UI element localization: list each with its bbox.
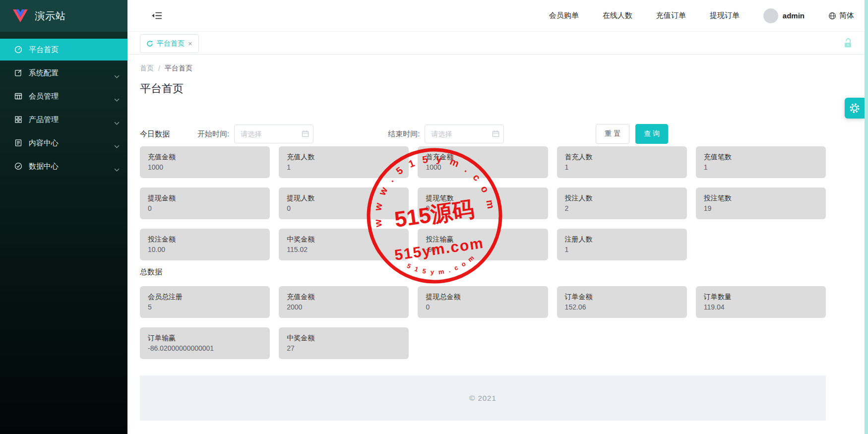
start-date-input[interactable] bbox=[234, 124, 313, 143]
stat-label: 提现金额 bbox=[148, 193, 262, 203]
stat-card: 投注输赢-90 bbox=[418, 229, 548, 260]
nav-withdraw-orders[interactable]: 提现订单 bbox=[710, 11, 740, 20]
stat-label: 注册人数 bbox=[565, 234, 679, 244]
stat-card: 充值金额1000 bbox=[140, 146, 270, 178]
user-menu[interactable]: admin bbox=[763, 8, 805, 23]
stat-label: 投注输赢 bbox=[426, 234, 540, 244]
sidebar-collapse-icon[interactable] bbox=[151, 11, 162, 20]
page-footer: © 2021 bbox=[140, 375, 826, 421]
stat-card: 会员总注册5 bbox=[140, 286, 270, 318]
stat-card: 充值人数1 bbox=[279, 146, 409, 178]
sidebar-item-products[interactable]: 产品管理 bbox=[0, 109, 127, 130]
language-switcher[interactable]: 简体 bbox=[828, 11, 854, 20]
stat-label: 中奖金额 bbox=[287, 333, 401, 343]
sidebar-item-system-config[interactable]: 系统配置 bbox=[0, 62, 127, 84]
stat-card: 首充金额1000 bbox=[418, 146, 548, 178]
end-time-label: 结束时间: bbox=[388, 129, 420, 139]
stat-label: 投注笔数 bbox=[704, 193, 818, 203]
stat-value: 1 bbox=[704, 162, 818, 173]
search-button[interactable]: 查 询 bbox=[635, 124, 668, 144]
stat-value: 1000 bbox=[426, 162, 540, 173]
chevron-down-icon bbox=[114, 141, 120, 150]
stat-card: 提现人数0 bbox=[279, 187, 409, 219]
stat-card: 提现总金额0 bbox=[418, 286, 548, 318]
globe-icon bbox=[828, 12, 836, 20]
reset-button[interactable]: 重 置 bbox=[596, 124, 629, 144]
gear-icon bbox=[849, 102, 861, 114]
chevron-down-icon bbox=[114, 71, 120, 80]
stat-card: 首充人数1 bbox=[557, 146, 687, 178]
stat-label: 充值笔数 bbox=[704, 152, 818, 162]
sidebar-item-dashboard[interactable]: 平台首页 bbox=[0, 39, 127, 61]
brand-logo[interactable]: 演示站 bbox=[0, 0, 127, 32]
stat-value: 2000 bbox=[287, 302, 401, 312]
stat-label: 提现总金额 bbox=[426, 292, 540, 302]
settings-fab[interactable] bbox=[845, 98, 865, 119]
breadcrumb-current: 平台首页 bbox=[165, 64, 192, 73]
copyright-text: © 2021 bbox=[469, 394, 496, 402]
stat-label: 中奖金额 bbox=[287, 234, 401, 244]
document-icon bbox=[14, 139, 22, 147]
brand-title: 演示站 bbox=[35, 9, 66, 23]
breadcrumb-separator: / bbox=[158, 64, 160, 72]
stat-value: -90 bbox=[426, 245, 540, 255]
tab-label: 平台首页 bbox=[157, 39, 185, 48]
scrollbar[interactable] bbox=[865, 0, 868, 434]
breadcrumb-home[interactable]: 首页 bbox=[140, 64, 154, 73]
chevron-down-icon bbox=[114, 118, 120, 126]
today-stats-grid: 充值金额1000 充值人数1 首充金额1000 首充人数1 充值笔数1 提现金额… bbox=[140, 146, 826, 260]
sidebar-item-label: 内容中心 bbox=[29, 138, 59, 148]
username: admin bbox=[783, 11, 805, 20]
stat-value: 152.06 bbox=[565, 302, 679, 312]
stat-label: 订单数量 bbox=[704, 292, 818, 302]
sidebar-item-label: 系统配置 bbox=[29, 68, 59, 78]
page: 演示站 平台首页 系统配置 bbox=[0, 0, 868, 434]
today-section-label: 今日数据 bbox=[140, 129, 170, 139]
language-label: 简体 bbox=[839, 11, 854, 20]
sidebar-item-data-center[interactable]: 数据中心 bbox=[0, 155, 127, 177]
stat-card: 中奖金额115.02 bbox=[279, 229, 409, 260]
top-nav: 会员购单 在线人数 充值订单 提现订单 admin 简体 bbox=[549, 8, 854, 23]
tab-dashboard[interactable]: 平台首页 × bbox=[140, 34, 199, 53]
stat-value: 1000 bbox=[148, 162, 262, 173]
stat-label: 提现人数 bbox=[287, 193, 401, 203]
stat-label: 投注金额 bbox=[148, 234, 262, 244]
stat-card: 订单数量119.04 bbox=[696, 286, 826, 318]
stat-card: 订单金额152.06 bbox=[557, 286, 687, 318]
stat-label: 充值人数 bbox=[287, 152, 401, 162]
stat-value: 27 bbox=[287, 343, 401, 354]
stat-card: 提现金额0 bbox=[140, 187, 270, 219]
stat-card: 投注人数2 bbox=[557, 187, 687, 219]
stat-value: 2 bbox=[565, 203, 679, 214]
stat-value: 10.00 bbox=[148, 245, 262, 255]
nav-online-users[interactable]: 在线人数 bbox=[603, 11, 632, 20]
stat-card: 订单输赢-86.02000000000001 bbox=[140, 327, 270, 359]
avatar bbox=[763, 8, 778, 23]
stat-label: 会员总注册 bbox=[148, 292, 262, 302]
sidebar-item-members[interactable]: 会员管理 bbox=[0, 85, 127, 107]
stat-card: 投注笔数19 bbox=[696, 187, 826, 219]
end-date-input[interactable] bbox=[425, 124, 504, 143]
stat-label: 充值金额 bbox=[287, 292, 401, 302]
close-icon[interactable]: × bbox=[188, 40, 192, 47]
sidebar-menu: 平台首页 系统配置 会员管理 bbox=[0, 32, 127, 177]
sidebar: 演示站 平台首页 系统配置 bbox=[0, 0, 127, 434]
stat-card: 注册人数1 bbox=[557, 229, 687, 260]
stat-value: 0 bbox=[426, 302, 540, 312]
unlock-icon[interactable] bbox=[844, 38, 852, 48]
stat-value: 0 bbox=[287, 203, 401, 214]
nav-recharge-orders[interactable]: 充值订单 bbox=[656, 11, 686, 20]
stat-value: -86.02000000000001 bbox=[148, 343, 262, 354]
stat-label: 投注人数 bbox=[565, 193, 679, 203]
refresh-icon[interactable] bbox=[146, 40, 153, 47]
stat-card: 提现笔数0 bbox=[418, 187, 548, 219]
sidebar-item-content-center[interactable]: 内容中心 bbox=[0, 132, 127, 154]
tab-bar: 平台首页 × bbox=[127, 32, 868, 55]
appstore-grid-icon bbox=[14, 116, 22, 124]
stat-value: 1 bbox=[287, 162, 401, 173]
filter-row: 今日数据 开始时间: 结束时间: 重 bbox=[140, 124, 826, 144]
chevron-down-icon bbox=[114, 165, 120, 173]
start-time-label: 开始时间: bbox=[197, 129, 229, 139]
nav-member-orders[interactable]: 会员购单 bbox=[549, 11, 579, 20]
total-stats-grid: 会员总注册5 充值金额2000 提现总金额0 订单金额152.06 订单数量11… bbox=[140, 286, 826, 359]
